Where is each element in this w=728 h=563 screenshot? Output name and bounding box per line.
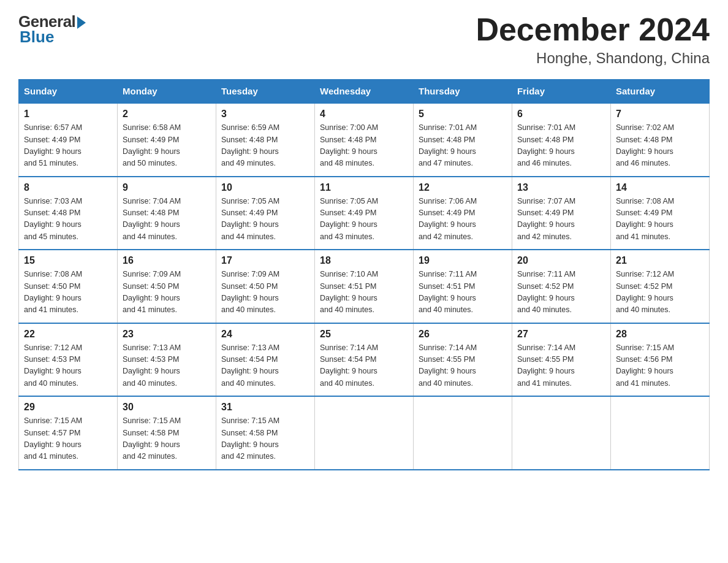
- calendar-cell: 19 Sunrise: 7:11 AMSunset: 4:51 PMDaylig…: [414, 250, 512, 323]
- calendar-cell: 24 Sunrise: 7:13 AMSunset: 4:54 PMDaylig…: [216, 323, 315, 397]
- day-number: 2: [123, 109, 211, 120]
- day-number: 6: [517, 109, 605, 120]
- title-block: December 2024 Honghe, Shandong, China: [476, 12, 710, 67]
- calendar-cell: 29 Sunrise: 7:15 AMSunset: 4:57 PMDaylig…: [19, 396, 118, 470]
- calendar-cell: 10 Sunrise: 7:05 AMSunset: 4:49 PMDaylig…: [216, 177, 315, 250]
- day-number: 23: [123, 329, 211, 340]
- calendar-week-1: 1 Sunrise: 6:57 AMSunset: 4:49 PMDayligh…: [19, 103, 710, 177]
- calendar-cell: 26 Sunrise: 7:14 AMSunset: 4:55 PMDaylig…: [414, 323, 512, 397]
- calendar-header-sunday: Sunday: [19, 80, 118, 104]
- calendar-cell: [315, 396, 414, 470]
- day-number: 8: [24, 182, 112, 193]
- day-info: Sunrise: 7:03 AMSunset: 4:48 PMDaylight:…: [24, 196, 112, 243]
- location-title: Honghe, Shandong, China: [476, 50, 710, 67]
- calendar-cell: 23 Sunrise: 7:13 AMSunset: 4:53 PMDaylig…: [118, 323, 216, 397]
- day-number: 22: [24, 329, 112, 340]
- calendar-cell: 9 Sunrise: 7:04 AMSunset: 4:48 PMDayligh…: [118, 177, 216, 250]
- day-info: Sunrise: 7:12 AMSunset: 4:53 PMDaylight:…: [24, 342, 112, 390]
- day-info: Sunrise: 7:01 AMSunset: 4:48 PMDaylight:…: [517, 122, 605, 170]
- day-info: Sunrise: 7:04 AMSunset: 4:48 PMDaylight:…: [123, 196, 211, 243]
- day-info: Sunrise: 7:14 AMSunset: 4:55 PMDaylight:…: [419, 342, 507, 390]
- day-info: Sunrise: 7:01 AMSunset: 4:48 PMDaylight:…: [419, 122, 507, 170]
- day-info: Sunrise: 7:06 AMSunset: 4:49 PMDaylight:…: [419, 196, 507, 243]
- day-info: Sunrise: 7:08 AMSunset: 4:50 PMDaylight:…: [24, 269, 112, 316]
- calendar-cell: 25 Sunrise: 7:14 AMSunset: 4:54 PMDaylig…: [315, 323, 414, 397]
- calendar-cell: 16 Sunrise: 7:09 AMSunset: 4:50 PMDaylig…: [118, 250, 216, 323]
- day-number: 24: [221, 329, 309, 340]
- day-info: Sunrise: 7:15 AMSunset: 4:58 PMDaylight:…: [123, 415, 211, 463]
- calendar-week-2: 8 Sunrise: 7:03 AMSunset: 4:48 PMDayligh…: [19, 177, 710, 250]
- day-number: 11: [320, 182, 408, 193]
- day-info: Sunrise: 7:07 AMSunset: 4:49 PMDaylight:…: [517, 196, 605, 243]
- day-info: Sunrise: 7:05 AMSunset: 4:49 PMDaylight:…: [221, 196, 309, 243]
- day-number: 7: [616, 109, 704, 120]
- calendar-cell: 18 Sunrise: 7:10 AMSunset: 4:51 PMDaylig…: [315, 250, 414, 323]
- calendar-cell: 20 Sunrise: 7:11 AMSunset: 4:52 PMDaylig…: [512, 250, 611, 323]
- day-number: 4: [320, 109, 408, 120]
- day-info: Sunrise: 7:13 AMSunset: 4:54 PMDaylight:…: [221, 342, 309, 390]
- day-number: 14: [616, 182, 704, 193]
- calendar-cell: 30 Sunrise: 7:15 AMSunset: 4:58 PMDaylig…: [118, 396, 216, 470]
- day-number: 29: [24, 402, 112, 413]
- calendar-cell: [611, 396, 710, 470]
- calendar-cell: 27 Sunrise: 7:14 AMSunset: 4:55 PMDaylig…: [512, 323, 611, 397]
- calendar-cell: 15 Sunrise: 7:08 AMSunset: 4:50 PMDaylig…: [19, 250, 118, 323]
- calendar-week-3: 15 Sunrise: 7:08 AMSunset: 4:50 PMDaylig…: [19, 250, 710, 323]
- calendar-cell: 13 Sunrise: 7:07 AMSunset: 4:49 PMDaylig…: [512, 177, 611, 250]
- calendar-cell: 31 Sunrise: 7:15 AMSunset: 4:58 PMDaylig…: [216, 396, 315, 470]
- day-number: 3: [221, 109, 309, 120]
- day-number: 31: [221, 402, 309, 413]
- day-number: 28: [616, 329, 704, 340]
- day-number: 18: [320, 255, 408, 266]
- calendar-cell: 7 Sunrise: 7:02 AMSunset: 4:48 PMDayligh…: [611, 103, 710, 177]
- calendar-cell: 14 Sunrise: 7:08 AMSunset: 4:49 PMDaylig…: [611, 177, 710, 250]
- day-number: 15: [24, 255, 112, 266]
- logo-triangle-icon: [77, 17, 86, 29]
- day-number: 10: [221, 182, 309, 193]
- day-info: Sunrise: 7:10 AMSunset: 4:51 PMDaylight:…: [320, 269, 408, 316]
- day-info: Sunrise: 7:00 AMSunset: 4:48 PMDaylight:…: [320, 122, 408, 170]
- calendar-header-thursday: Thursday: [414, 80, 512, 104]
- day-number: 21: [616, 255, 704, 266]
- calendar-cell: 17 Sunrise: 7:09 AMSunset: 4:50 PMDaylig…: [216, 250, 315, 323]
- day-number: 30: [123, 402, 211, 413]
- day-info: Sunrise: 7:11 AMSunset: 4:51 PMDaylight:…: [419, 269, 507, 316]
- day-number: 1: [24, 109, 112, 120]
- day-number: 12: [419, 182, 507, 193]
- day-number: 16: [123, 255, 211, 266]
- calendar-header-saturday: Saturday: [611, 80, 710, 104]
- day-info: Sunrise: 7:05 AMSunset: 4:49 PMDaylight:…: [320, 196, 408, 243]
- day-info: Sunrise: 7:12 AMSunset: 4:52 PMDaylight:…: [616, 269, 704, 316]
- calendar-header-friday: Friday: [512, 80, 611, 104]
- calendar-cell: 1 Sunrise: 6:57 AMSunset: 4:49 PMDayligh…: [19, 103, 118, 177]
- day-number: 5: [419, 109, 507, 120]
- day-info: Sunrise: 6:58 AMSunset: 4:49 PMDaylight:…: [123, 122, 211, 170]
- day-number: 25: [320, 329, 408, 340]
- calendar-cell: 6 Sunrise: 7:01 AMSunset: 4:48 PMDayligh…: [512, 103, 611, 177]
- calendar-cell: 11 Sunrise: 7:05 AMSunset: 4:49 PMDaylig…: [315, 177, 414, 250]
- month-title: December 2024: [476, 12, 710, 47]
- calendar-header-row: SundayMondayTuesdayWednesdayThursdayFrid…: [19, 80, 710, 104]
- calendar-cell: 28 Sunrise: 7:15 AMSunset: 4:56 PMDaylig…: [611, 323, 710, 397]
- day-number: 13: [517, 182, 605, 193]
- calendar-week-5: 29 Sunrise: 7:15 AMSunset: 4:57 PMDaylig…: [19, 396, 710, 470]
- day-info: Sunrise: 7:14 AMSunset: 4:55 PMDaylight:…: [517, 342, 605, 390]
- calendar-cell: [414, 396, 512, 470]
- day-info: Sunrise: 7:09 AMSunset: 4:50 PMDaylight:…: [123, 269, 211, 316]
- day-number: 17: [221, 255, 309, 266]
- calendar-cell: 22 Sunrise: 7:12 AMSunset: 4:53 PMDaylig…: [19, 323, 118, 397]
- calendar-cell: [512, 396, 611, 470]
- calendar-cell: 2 Sunrise: 6:58 AMSunset: 4:49 PMDayligh…: [118, 103, 216, 177]
- day-info: Sunrise: 6:59 AMSunset: 4:48 PMDaylight:…: [221, 122, 309, 170]
- logo-blue-text: Blue: [20, 28, 54, 47]
- day-info: Sunrise: 7:13 AMSunset: 4:53 PMDaylight:…: [123, 342, 211, 390]
- calendar-header-tuesday: Tuesday: [216, 80, 315, 104]
- calendar-cell: 8 Sunrise: 7:03 AMSunset: 4:48 PMDayligh…: [19, 177, 118, 250]
- logo: General Blue: [18, 12, 86, 47]
- day-number: 19: [419, 255, 507, 266]
- page-header: General Blue December 2024 Honghe, Shand…: [18, 12, 710, 67]
- calendar-cell: 5 Sunrise: 7:01 AMSunset: 4:48 PMDayligh…: [414, 103, 512, 177]
- calendar-cell: 21 Sunrise: 7:12 AMSunset: 4:52 PMDaylig…: [611, 250, 710, 323]
- day-info: Sunrise: 7:15 AMSunset: 4:56 PMDaylight:…: [616, 342, 704, 390]
- calendar-table: SundayMondayTuesdayWednesdayThursdayFrid…: [18, 79, 710, 470]
